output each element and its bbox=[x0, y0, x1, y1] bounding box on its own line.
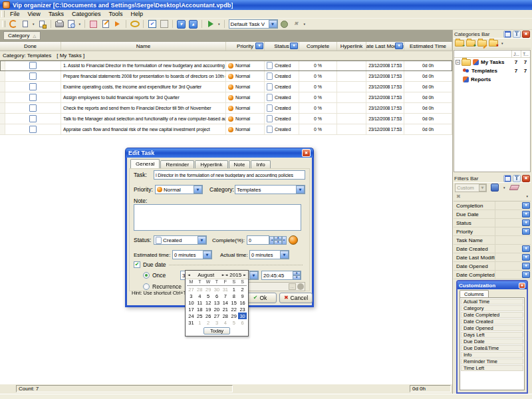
next-month-icon[interactable] bbox=[222, 273, 225, 277]
calendar-day[interactable]: 4 bbox=[196, 293, 204, 299]
calendar-day[interactable]: 27 bbox=[187, 286, 196, 293]
calendar-day[interactable]: 3 bbox=[187, 293, 196, 299]
column-item-info[interactable]: Info bbox=[461, 352, 523, 358]
clear-filter-icon[interactable] bbox=[509, 183, 520, 193]
group-row-tasks-link[interactable]: [ My Tasks ] bbox=[57, 53, 84, 59]
calendar-day[interactable]: 11 bbox=[196, 299, 204, 306]
calendar-day[interactable]: 22 bbox=[229, 306, 238, 313]
calendar-day[interactable]: 12 bbox=[204, 299, 213, 306]
table-row[interactable]: Assign employees to build financial repo… bbox=[0, 92, 452, 103]
calendar-day[interactable]: 2 bbox=[204, 319, 213, 326]
column-header-complete[interactable]: Complete bbox=[299, 42, 337, 51]
calendar-day[interactable]: 2 bbox=[238, 286, 247, 293]
tab-info[interactable]: Info bbox=[251, 160, 270, 168]
calendar-day[interactable]: 23 bbox=[238, 306, 247, 313]
calendar-day-selected[interactable]: 30 bbox=[238, 313, 247, 319]
calendar-day[interactable]: 6 bbox=[213, 293, 221, 299]
dialog-titlebar[interactable]: Edit Task bbox=[125, 148, 314, 158]
move-down-icon[interactable] bbox=[176, 19, 187, 29]
filter-dropdown-icon[interactable] bbox=[522, 219, 530, 226]
calendar-day[interactable]: 18 bbox=[196, 306, 204, 313]
menu-file[interactable]: File bbox=[6, 10, 24, 19]
table-row[interactable]: Talk to the Manager about selection and … bbox=[0, 114, 452, 124]
filter-row-date-completed[interactable]: Date Completed bbox=[454, 271, 531, 279]
table-row[interactable]: Check the reports and send them to Finan… bbox=[0, 103, 452, 114]
calendar-day[interactable]: 31 bbox=[187, 319, 196, 326]
due-date-dropdown-icon[interactable] bbox=[249, 271, 258, 279]
remove-filter-icon[interactable] bbox=[456, 194, 461, 200]
filter-dropdown-icon[interactable] bbox=[522, 228, 530, 235]
mark-incomplete-icon[interactable] bbox=[158, 19, 170, 29]
recurrence-browse-icon[interactable] bbox=[289, 283, 296, 290]
calendar-day[interactable]: 28 bbox=[221, 313, 229, 319]
column-header-name[interactable]: Name bbox=[61, 42, 226, 51]
actual-time-combo[interactable]: 0 minutes bbox=[249, 250, 289, 259]
hyperlink-icon[interactable] bbox=[129, 19, 140, 29]
edit-task-icon[interactable] bbox=[100, 19, 111, 29]
collapse-icon[interactable] bbox=[456, 60, 460, 65]
print-dropdown-icon[interactable] bbox=[79, 23, 81, 26]
filter-dropdown-icon[interactable] bbox=[522, 245, 530, 252]
pin-panel-icon[interactable] bbox=[513, 31, 521, 38]
filter-dropdown-icon[interactable] bbox=[522, 271, 530, 278]
calendar-day[interactable]: 21 bbox=[221, 306, 229, 313]
edit-category-icon[interactable] bbox=[477, 40, 487, 47]
filter-row-due-date[interactable]: Due Date bbox=[454, 210, 531, 219]
calendar-day[interactable]: 1 bbox=[229, 286, 238, 293]
categories-col1-header[interactable]: J... bbox=[511, 51, 521, 57]
calendar-day[interactable]: 24 bbox=[187, 313, 196, 319]
manage-views-icon[interactable] bbox=[279, 19, 290, 29]
calendar-day[interactable]: 19 bbox=[204, 306, 213, 313]
filter-preset-combo[interactable]: Custom bbox=[455, 184, 487, 192]
pin-panel-icon[interactable] bbox=[513, 175, 521, 182]
move-task-icon[interactable] bbox=[112, 19, 123, 29]
column-item-date-opened[interactable]: Date Opened bbox=[461, 325, 523, 331]
column-item-actual-time[interactable]: Actual Time bbox=[461, 299, 523, 305]
categories-col2-header[interactable]: T... bbox=[521, 51, 530, 57]
estimated-time-combo[interactable]: 0 minutes bbox=[172, 250, 212, 259]
cancel-button[interactable]: Cancel bbox=[279, 293, 313, 303]
calendar-day[interactable]: 8 bbox=[229, 293, 238, 299]
category-item-templates[interactable]: Templates 77 bbox=[454, 66, 530, 75]
menu-tasks[interactable]: Tasks bbox=[45, 10, 68, 19]
done-checkbox[interactable] bbox=[29, 72, 37, 80]
save-filter-dropdown-icon[interactable] bbox=[503, 186, 505, 190]
filter-row-task-name[interactable]: Task Name bbox=[454, 236, 531, 245]
category-combo[interactable]: Templates bbox=[235, 185, 305, 194]
calendar-day[interactable]: 26 bbox=[204, 313, 213, 319]
tab-hyperlink[interactable]: Hyperlink bbox=[195, 160, 227, 168]
task-name-input[interactable] bbox=[154, 170, 305, 180]
tab-reminder[interactable]: Reminder bbox=[160, 160, 194, 168]
float-panel-icon[interactable] bbox=[503, 175, 511, 182]
table-row[interactable]: Appraise cash flow and financial risk of… bbox=[0, 124, 452, 135]
complete-decrement-icon[interactable] bbox=[269, 236, 274, 245]
calendar-day[interactable]: 29 bbox=[229, 313, 238, 319]
menu-view[interactable]: View bbox=[24, 10, 45, 19]
done-checkbox[interactable] bbox=[29, 104, 37, 112]
priority-combo[interactable]: Normal bbox=[155, 185, 203, 194]
toolbar-overflow-icon[interactable] bbox=[218, 23, 220, 26]
category-item-reports[interactable]: Reports bbox=[454, 75, 530, 84]
new-subcategory-icon[interactable] bbox=[466, 40, 475, 47]
status-dropdown-icon[interactable] bbox=[198, 236, 206, 244]
calendar-day[interactable]: 15 bbox=[229, 299, 238, 306]
calendar-day[interactable]: 29 bbox=[204, 286, 213, 293]
close-panel-icon[interactable] bbox=[522, 175, 530, 182]
tab-note[interactable]: Note bbox=[229, 160, 251, 168]
column-header-date-modified[interactable]: ate Last Modifie bbox=[366, 42, 404, 51]
calendar-day[interactable]: 1 bbox=[196, 319, 204, 326]
calendar-day[interactable]: 14 bbox=[221, 299, 229, 306]
category-item-my-tasks[interactable]: My Tasks 77 bbox=[454, 58, 530, 66]
status-filter-icon[interactable] bbox=[290, 43, 298, 49]
done-checkbox[interactable] bbox=[29, 83, 37, 90]
views-overflow-icon[interactable] bbox=[304, 23, 306, 26]
column-item-date-created[interactable]: Date Created bbox=[461, 319, 523, 325]
delete-task-icon[interactable] bbox=[88, 19, 99, 29]
sync-icon[interactable] bbox=[205, 19, 216, 29]
complete-increment-icon[interactable] bbox=[282, 236, 287, 245]
complete-100-icon[interactable] bbox=[289, 235, 298, 245]
calendar-day[interactable]: 9 bbox=[238, 293, 247, 299]
print-preview-icon[interactable] bbox=[66, 19, 77, 29]
group-by-category-chip[interactable]: Category bbox=[3, 31, 41, 40]
filter-dropdown-icon[interactable] bbox=[522, 254, 530, 261]
